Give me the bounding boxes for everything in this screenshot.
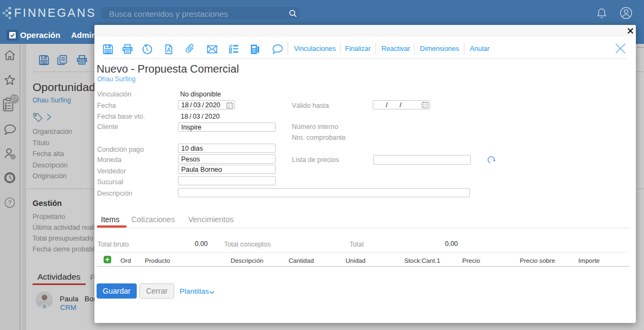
svg-text:A: A: [167, 47, 170, 53]
